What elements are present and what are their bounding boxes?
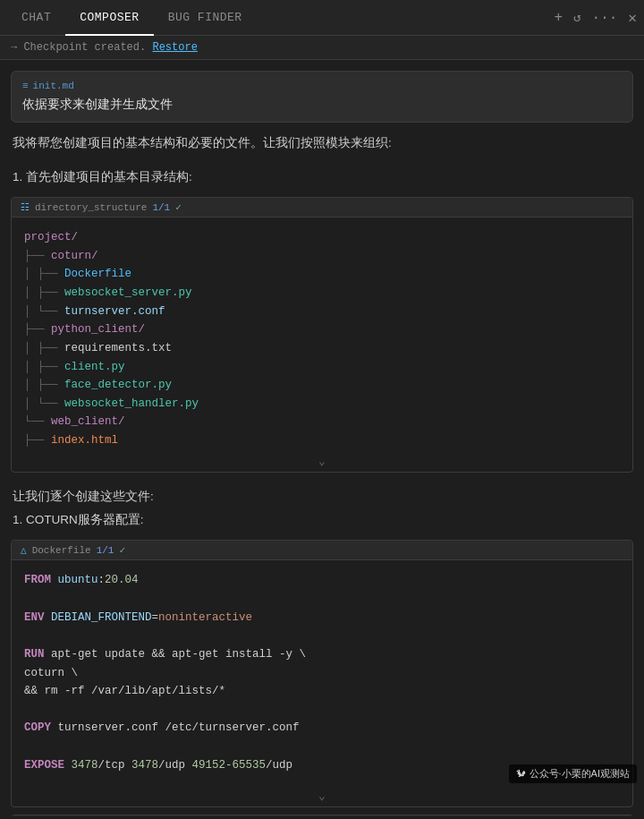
turnserver-block-header: ⚙ turnserver.conf 1/1 ✓ xyxy=(12,815,632,816)
scroll-hint-1: ⌄ xyxy=(12,450,632,472)
scroll-hint-2: ⌄ xyxy=(12,785,632,806)
tab-composer[interactable]: COMPOSER xyxy=(65,0,153,36)
dockerfile-check: ✓ xyxy=(119,544,125,556)
docker-icon: △ xyxy=(21,544,27,556)
directory-block-header: ☷ directory_structure 1/1 ✓ xyxy=(12,198,632,218)
directory-tree[interactable]: project/ ├── coturn/ │ ├── Dockerfile │ … xyxy=(12,218,632,450)
header-actions: + ↺ ··· ✕ xyxy=(555,9,638,27)
section2-subtitle: 1. COTURN服务器配置: xyxy=(0,510,644,533)
section1-title: 1. 首先创建项目的基本目录结构: xyxy=(0,160,644,191)
add-icon[interactable]: + xyxy=(555,10,564,26)
dockerfile-code-block: △ Dockerfile 1/1 ✓ FROM ubuntu:20.04 ENV… xyxy=(11,540,633,807)
directory-version: 1/1 xyxy=(152,202,170,213)
file-icon: ☷ xyxy=(21,201,30,213)
user-message-filename: init.md xyxy=(22,81,622,91)
turnserver-block: ⚙ turnserver.conf 1/1 ✓ # TURN server na… xyxy=(11,815,633,816)
user-message-text: 依据要求来创建并生成文件 xyxy=(22,97,622,113)
directory-filename: directory_structure xyxy=(35,202,147,213)
history-icon[interactable]: ↺ xyxy=(573,10,580,25)
checkpoint-bar: → Checkpoint created. Restore xyxy=(0,36,644,60)
tab-bugfinder[interactable]: BUG FINDER xyxy=(154,0,257,36)
restore-link[interactable]: Restore xyxy=(152,41,197,54)
checkpoint-text: → Checkpoint created. xyxy=(11,41,146,54)
user-message: init.md 依据要求来创建并生成文件 xyxy=(11,71,633,123)
header: CHAT COMPOSER BUG FINDER + ↺ ··· ✕ xyxy=(0,0,644,36)
dockerfile-content[interactable]: FROM ubuntu:20.04 ENV DEBIAN_FRONTEND=no… xyxy=(12,560,632,785)
ai-intro: 我将帮您创建项目的基本结构和必要的文件。让我们按照模块来组织: xyxy=(0,123,644,160)
main-content: init.md 依据要求来创建并生成文件 我将帮您创建项目的基本结构和必要的文件… xyxy=(0,60,644,816)
directory-code-block: ☷ directory_structure 1/1 ✓ project/ ├──… xyxy=(11,197,633,473)
dockerfile-block-header: △ Dockerfile 1/1 ✓ xyxy=(12,541,632,560)
tab-chat[interactable]: CHAT xyxy=(7,0,65,36)
close-icon[interactable]: ✕ xyxy=(628,9,637,27)
more-icon[interactable]: ··· xyxy=(592,10,618,26)
dockerfile-version: 1/1 xyxy=(97,545,114,556)
section2-text: 让我们逐个创建这些文件: xyxy=(0,480,644,510)
dockerfile-filename: Dockerfile xyxy=(32,545,91,556)
check-icon: ✓ xyxy=(175,201,182,213)
